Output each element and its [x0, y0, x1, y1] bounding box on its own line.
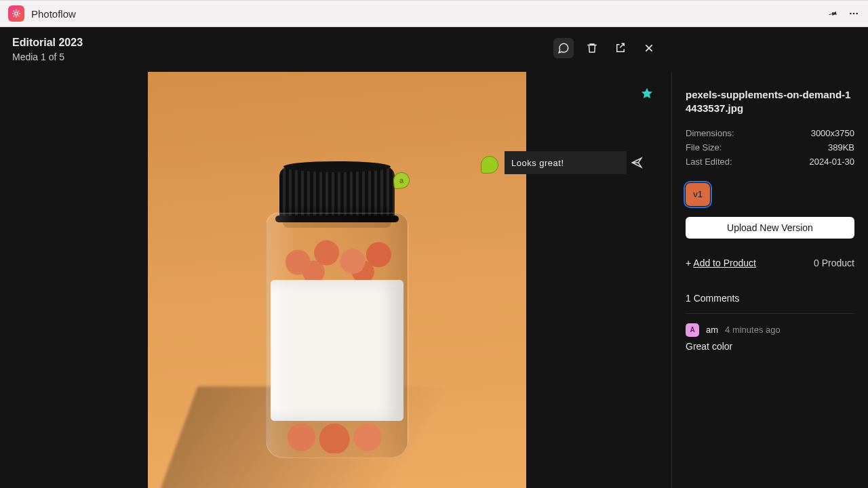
media-stage: Editorial 2023 Media 1 of 5 — [0, 27, 671, 488]
avatar: A — [686, 323, 699, 337]
delete-button[interactable] — [582, 38, 602, 58]
divider — [686, 313, 854, 314]
send-comment-button[interactable] — [631, 157, 643, 169]
meta-filesize-value: 389KB — [828, 142, 854, 152]
svg-point-2 — [853, 13, 855, 15]
app-logo — [8, 5, 24, 22]
meta-edited-label: Last Edited: — [686, 157, 732, 167]
stage-actions — [553, 38, 659, 58]
favorite-star-icon[interactable] — [640, 87, 654, 102]
media-position: Media 1 of 5 — [12, 52, 83, 62]
add-to-product-link[interactable]: + Add to Product — [686, 258, 756, 268]
meta-filesize-label: File Size: — [686, 142, 722, 152]
app-name: Photoflow — [31, 8, 76, 20]
annotation-comment-box — [505, 151, 627, 174]
meta-dimensions-value: 3000x3750 — [811, 128, 854, 138]
media-image[interactable] — [148, 72, 526, 488]
pin-icon[interactable] — [827, 8, 838, 19]
comment-time: 4 minutes ago — [725, 325, 781, 335]
svg-point-3 — [856, 13, 858, 15]
file-meta: Dimensions:3000x3750 File Size:389KB Las… — [686, 128, 854, 171]
details-sidebar: pexels-supplements-on-demand-14433537.jp… — [671, 72, 868, 488]
workspace: Editorial 2023 Media 1 of 5 — [0, 27, 868, 488]
svg-point-1 — [850, 13, 852, 15]
export-button[interactable] — [610, 38, 631, 58]
annotation-comment-input[interactable] — [511, 158, 625, 168]
collection-title: Editorial 2023 — [12, 37, 83, 49]
close-button[interactable] — [639, 38, 659, 58]
product-count: 0 Product — [814, 258, 854, 268]
annotate-button[interactable] — [553, 38, 574, 58]
annotation-bubble-icon[interactable] — [481, 156, 498, 174]
comments-heading: 1 Comments — [686, 293, 854, 304]
collection-header: Editorial 2023 Media 1 of 5 — [12, 37, 83, 62]
version-chip[interactable]: v1 — [686, 183, 710, 206]
comment-item: A am 4 minutes ago Great color — [686, 323, 854, 352]
file-name: pexels-supplements-on-demand-14433537.jp… — [686, 88, 854, 116]
app-chrome-bar: Photoflow — [0, 0, 868, 27]
annotation-marker-label: a — [399, 176, 403, 184]
svg-point-0 — [15, 12, 18, 16]
more-icon[interactable] — [848, 8, 860, 19]
comment-author: am — [706, 325, 718, 335]
meta-edited-value: 2024-01-30 — [810, 157, 855, 167]
comment-body: Great color — [686, 341, 854, 352]
upload-version-button[interactable]: Upload New Version — [686, 217, 854, 239]
meta-dimensions-label: Dimensions: — [686, 128, 734, 138]
